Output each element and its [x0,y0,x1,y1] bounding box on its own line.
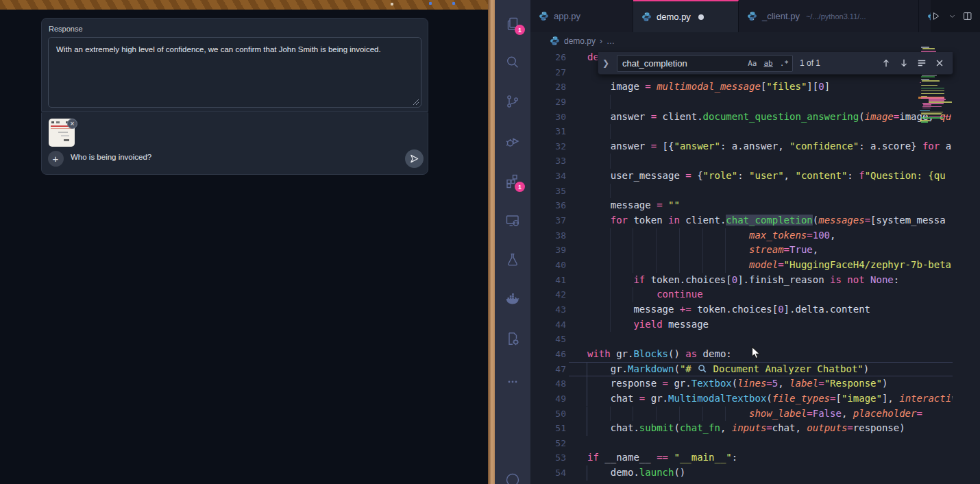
find-close-button[interactable] [935,58,944,68]
activity-item-account[interactable] [504,472,521,484]
python-file-icon [550,36,560,46]
activity-item-extensions[interactable]: 1 [504,173,521,189]
code-line-48[interactable]: 48 response = gr.Textbox(lines=5, label=… [530,376,953,391]
attachment-close-button[interactable]: × [67,119,77,129]
activity-item-remote-explorer[interactable] [504,213,521,229]
tab-_client.py[interactable]: _client.py~/.../python3.11/... [739,0,919,32]
run-debug-icon [504,133,521,149]
activity-item-run-debug[interactable] [504,133,521,149]
remote-explorer-icon [504,213,521,229]
minimap-line [922,80,940,82]
breadcrumb-file[interactable]: demo.py [564,36,596,46]
titlebar-speck [452,2,455,5]
chat-message-input[interactable]: Who is being invoiced? [71,153,151,161]
code-line-34[interactable]: 34 user_message = {"role": "user", "cont… [530,169,953,184]
code-line-44[interactable]: 44 yield message [530,317,953,332]
code-text: if token.choices[0].finish_reason is not… [587,273,899,288]
find-input[interactable]: chat_completion Aa ab .* [617,55,793,72]
find-in-selection-button[interactable] [917,58,927,68]
code-line-32[interactable]: 32 answer = [{"answer": a.answer, "confi… [530,139,953,154]
line-number: 30 [530,110,566,125]
activity-item-more[interactable] [504,374,521,390]
activity-item-source-control[interactable] [504,93,521,110]
source-control-icon [504,93,521,110]
more-icon [504,374,521,390]
code-line-52[interactable]: 52 [530,436,953,451]
code-line-55[interactable]: 55 [530,481,953,484]
add-attachment-button[interactable]: + [48,151,64,167]
modified-dot-icon [698,14,704,20]
code-line-33[interactable]: 33 [530,154,953,169]
line-number: 46 [530,347,566,362]
breadcrumb-separator: › [600,36,602,46]
regex-toggle[interactable]: .* [776,59,792,68]
code-line-37[interactable]: 37 for token in client.chat_completion(m… [530,213,953,228]
code-editor[interactable]: 26def2728 image = multimodal_message["fi… [530,49,980,484]
code-line-38[interactable]: 38 max_tokens=100, [530,228,953,243]
code-line-41[interactable]: 41 if token.choices[0].finish_reason is … [530,273,953,288]
send-icon [409,154,419,164]
tab-label: demo.py [657,12,691,22]
browser-title-bar [0,0,495,10]
code-line-47[interactable]: 47 gr.Markdown("# Document Analyzer Chat… [530,362,953,377]
match-case-toggle[interactable]: Aa [744,59,760,68]
breadcrumb-tail[interactable]: … [607,36,615,46]
code-line-35[interactable]: 35 [530,184,953,199]
code-line-53[interactable]: 53if __name__ == "__main__": [530,450,953,465]
activity-item-project-settings[interactable] [504,330,521,347]
indent-guide [610,154,611,169]
line-number: 32 [530,139,566,154]
code-line-39[interactable]: 39 stream=True, [530,243,953,258]
run-python-file-button[interactable] [931,10,942,22]
find-next-button[interactable] [899,58,909,68]
code-text: chat.submit(chat_fn, inputs=chat, output… [587,421,905,436]
code-line-54[interactable]: 54 demo.launch() [530,465,953,481]
activity-item-testing[interactable] [504,252,521,268]
code-text: chat = gr.MultimodalTextbox(file_types=[… [587,391,953,407]
activity-item-explorer[interactable]: 1 [504,16,521,32]
breadcrumb: demo.py › … [530,32,980,49]
activity-item-search[interactable] [504,54,521,71]
code-line-43[interactable]: 43 message += token.choices[0].delta.con… [530,302,953,317]
code-line-28[interactable]: 28 image = multimodal_message["files"][0… [530,80,953,95]
activity-bar: 11 [495,0,530,484]
code-line-40[interactable]: 40 model="HuggingFaceH4/zephyr-7b-beta [530,258,953,273]
code-line-36[interactable]: 36 message = "" [530,198,953,213]
tab-label: _client.py [762,11,800,21]
code-line-31[interactable]: 31 [530,124,953,139]
activity-item-docker[interactable] [504,291,521,308]
code-line-29[interactable]: 29 [530,95,953,110]
line-number: 54 [530,465,566,481]
line-number: 33 [530,154,566,169]
send-button[interactable] [405,149,424,168]
code-line-45[interactable]: 45 [530,332,953,347]
response-textarea[interactable]: With an extremely high level of confiden… [48,37,421,108]
screen: Response With an extremely high level of… [0,0,980,484]
account-icon [504,472,521,484]
minimap[interactable] [918,43,944,484]
minimap-line [921,117,943,119]
line-number: 38 [530,228,566,243]
line-number: 53 [530,450,566,465]
split-editor-button[interactable] [962,10,973,22]
run-dropdown-chevron[interactable] [948,10,956,22]
code-line-42[interactable]: 42 continue [530,287,953,302]
minimap-line [922,108,931,109]
code-line-46[interactable]: 46with gr.Blocks() as demo: [530,347,953,362]
code-line-50[interactable]: 50 show_label=False, placeholder= [530,407,953,422]
whole-word-toggle[interactable]: ab [761,59,776,68]
code-line-30[interactable]: 30 answer = client.document_question_ans… [530,110,953,125]
python-file-icon [747,11,757,21]
find-previous-button[interactable] [881,58,891,68]
code-text: stream=True, [587,243,818,258]
find-match-count: 1 of 1 [800,58,820,68]
tab-demo.py[interactable]: demo.py [633,0,739,32]
find-toggle-replace-chevron[interactable]: ❯ [602,58,613,68]
code-text: answer = [{"answer": a.answer, "confiden… [587,139,951,154]
tab-app.py[interactable]: app.py [530,0,633,32]
code-line-51[interactable]: 51 chat.submit(chat_fn, inputs=chat, out… [530,421,953,436]
textarea-resize-handle[interactable] [413,99,419,106]
line-number: 44 [530,317,566,332]
find-query[interactable]: chat_completion [617,58,744,69]
code-line-49[interactable]: 49 chat = gr.MultimodalTextbox(file_type… [530,391,953,407]
